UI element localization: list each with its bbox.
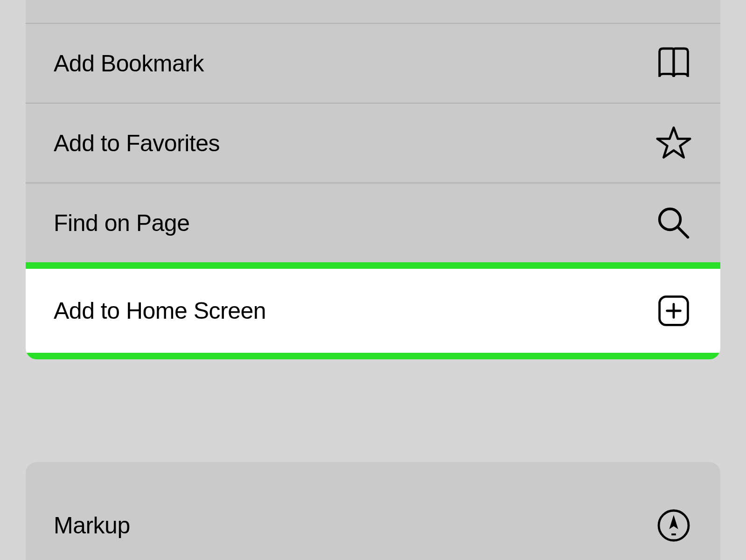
menu-item-reading-list[interactable]: Add to Reading List <box>26 0 720 24</box>
menu-item-home-screen[interactable]: Add to Home Screen <box>26 269 720 353</box>
menu-item-bookmark[interactable]: Add Bookmark <box>26 24 720 104</box>
book-icon <box>655 45 692 82</box>
share-menu-sheet-2: Markup <box>26 462 720 560</box>
share-menu-sheet: Add to Reading List Add Bookmark Add to … <box>26 0 720 359</box>
markup-icon <box>655 507 692 544</box>
svg-line-3 <box>678 227 688 237</box>
star-icon <box>655 125 692 162</box>
menu-item-favorites[interactable]: Add to Favorites <box>26 104 720 183</box>
menu-item-label: Add Bookmark <box>54 50 204 77</box>
highlight-frame: Add to Home Screen <box>26 262 720 359</box>
menu-item-label: Add to Favorites <box>54 130 220 157</box>
plus-square-icon <box>655 292 692 329</box>
search-icon <box>655 204 692 242</box>
menu-item-find-on-page[interactable]: Find on Page <box>26 183 720 263</box>
glasses-icon <box>655 0 692 2</box>
menu-item-label: Add to Home Screen <box>54 297 266 324</box>
menu-item-label: Find on Page <box>54 210 189 237</box>
menu-item-markup[interactable]: Markup <box>26 462 720 560</box>
menu-item-label: Markup <box>54 512 130 539</box>
